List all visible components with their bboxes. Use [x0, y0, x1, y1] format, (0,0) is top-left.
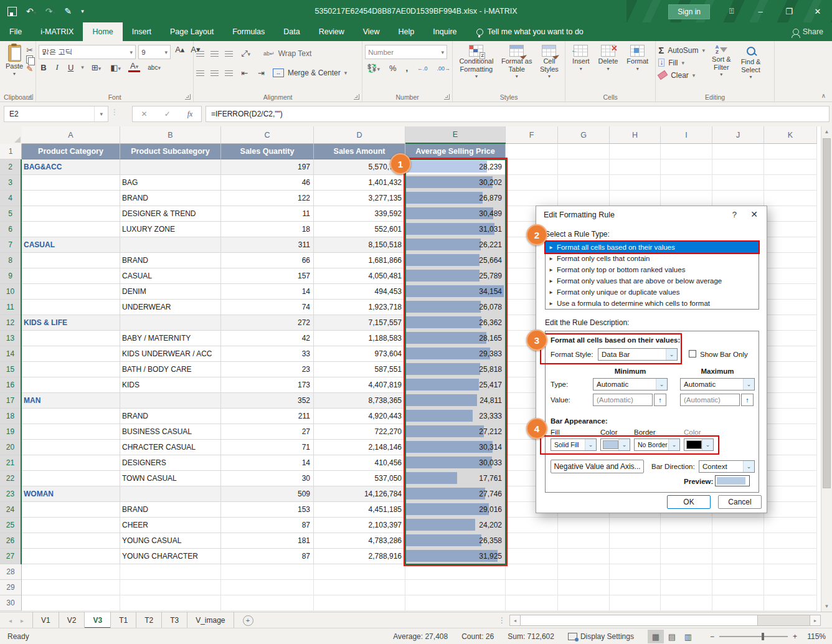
cell-B26[interactable]: YOUNG CASUAL [120, 533, 221, 549]
accounting-format-icon[interactable]: 💱▾ [365, 64, 382, 73]
vertical-scrollbar-thumb[interactable] [823, 138, 831, 488]
cell-B9[interactable]: CASUAL [120, 268, 221, 284]
cell-K7[interactable] [764, 237, 817, 253]
tell-me-box[interactable]: Tell me what you want to do [476, 22, 584, 41]
cell-D21[interactable]: 410,456 [314, 455, 405, 471]
copy-icon[interactable] [26, 55, 33, 64]
row-header-25[interactable]: 25 [0, 518, 22, 533]
cell-A14[interactable] [22, 346, 120, 362]
row-header-19[interactable]: 19 [0, 424, 22, 440]
cell-H25[interactable] [610, 518, 661, 533]
cell-I2[interactable] [661, 159, 712, 175]
cell-A15[interactable] [22, 362, 120, 377]
row-header-11[interactable]: 11 [0, 300, 22, 315]
cell-K14[interactable] [764, 346, 817, 362]
cell-A8[interactable] [22, 253, 120, 268]
cell-J25[interactable] [712, 518, 764, 533]
row-header-7[interactable]: 7 [0, 237, 22, 253]
cell-A22[interactable] [22, 471, 120, 486]
cell-K30[interactable] [764, 595, 817, 611]
tabstrip-splitter[interactable]: ⋮ [494, 612, 509, 628]
cell-D10[interactable]: 494,453 [314, 284, 405, 300]
cell-J26[interactable] [712, 533, 764, 549]
cell-K26[interactable] [764, 533, 817, 549]
cell-A25[interactable] [22, 518, 120, 533]
format-cells-button[interactable]: Format▾ [623, 43, 651, 73]
format-as-table-button[interactable]: Format as Table▾ [498, 43, 536, 81]
column-header-J[interactable]: J [712, 126, 764, 144]
row-header-4[interactable]: 4 [0, 191, 22, 206]
cell-I28[interactable] [661, 564, 712, 580]
cell-H27[interactable] [610, 549, 661, 564]
cell-A9[interactable] [22, 268, 120, 284]
cell-C27[interactable]: 87 [221, 549, 314, 564]
cell-C5[interactable]: 11 [221, 206, 314, 222]
cell-A30[interactable] [22, 595, 120, 611]
cell-C12[interactable]: 272 [221, 315, 314, 331]
cell-A18[interactable] [22, 409, 120, 424]
row-header-5[interactable]: 5 [0, 206, 22, 222]
clear-button[interactable]: Clear▾ [658, 69, 705, 81]
cell-D17[interactable]: 8,738,365 [314, 393, 405, 409]
cell-K3[interactable] [764, 175, 817, 191]
orientation-icon[interactable]: ⤢▾ [239, 49, 252, 59]
cell-A2[interactable]: BAG&ACC [22, 159, 120, 175]
row-header-20[interactable]: 20 [0, 440, 22, 455]
row-header-29[interactable]: 29 [0, 580, 22, 595]
cell-D15[interactable]: 587,551 [314, 362, 405, 377]
cell-K9[interactable] [764, 268, 817, 284]
tab-i-matrix[interactable]: i-MATRIX [31, 22, 83, 41]
cell-I1[interactable] [661, 144, 712, 159]
sheet-nav-next-icon[interactable]: ▸ [21, 617, 24, 624]
borders-icon[interactable]: ⊞▾ [90, 63, 103, 72]
column-header-H[interactable]: H [610, 126, 661, 144]
cell-F4[interactable] [506, 191, 558, 206]
tab-home[interactable]: Home [83, 22, 122, 41]
cell-D30[interactable] [314, 595, 405, 611]
column-header-C[interactable]: C [221, 126, 314, 144]
cell-B20[interactable]: CHRACTER CASUAL [120, 440, 221, 455]
tab-help[interactable]: Help [389, 22, 424, 41]
column-header-F[interactable]: F [506, 126, 558, 144]
cell-D11[interactable]: 1,923,718 [314, 300, 405, 315]
cell-C30[interactable] [221, 595, 314, 611]
cell-C11[interactable]: 74 [221, 300, 314, 315]
font-dialog-launcher-icon[interactable] [185, 94, 191, 100]
dialog-help-icon[interactable]: ? [732, 210, 737, 219]
rule-type-item-3[interactable]: ►Format only values that are above or be… [546, 275, 759, 286]
row-header-3[interactable]: 3 [0, 175, 22, 191]
column-header-A[interactable]: A [22, 126, 120, 144]
cell-D6[interactable]: 552,601 [314, 222, 405, 237]
cell-C8[interactable]: 66 [221, 253, 314, 268]
cell-C21[interactable]: 14 [221, 455, 314, 471]
fill-select[interactable]: Solid Fill⌄ [551, 438, 597, 451]
cell-F25[interactable] [506, 518, 558, 533]
restore-button[interactable]: ❐ [775, 0, 803, 22]
cell-G29[interactable] [558, 580, 610, 595]
column-header-G[interactable]: G [558, 126, 610, 144]
tab-view[interactable]: View [354, 22, 389, 41]
cell-C26[interactable]: 181 [221, 533, 314, 549]
scroll-right-icon[interactable]: ▸ [810, 615, 821, 626]
autosum-button[interactable]: Σ AutoSum▾ [658, 44, 705, 56]
cell-D27[interactable]: 2,788,916 [314, 549, 405, 564]
formula-input[interactable]: =IFERROR(D2/C2,"") [206, 106, 830, 122]
page-layout-view-icon[interactable]: ▤ [664, 630, 680, 643]
value-minimum-input[interactable]: (Automatic) [593, 394, 653, 406]
cell-B17[interactable] [120, 393, 221, 409]
rule-type-item-1[interactable]: ►Format only cells that contain [546, 253, 759, 264]
comma-style-icon[interactable]: , [404, 64, 410, 73]
fill-color-select[interactable]: ⌄ [600, 438, 630, 451]
font-color-icon[interactable]: A▾ [128, 62, 140, 72]
row-header-15[interactable]: 15 [0, 362, 22, 377]
sheet-tab-v2[interactable]: V2 [59, 612, 85, 628]
increase-decimal-icon[interactable]: ←.0 [415, 65, 430, 72]
rule-type-item-5[interactable]: ►Use a formula to determine which cells … [546, 298, 759, 309]
cell-J29[interactable] [712, 580, 764, 595]
value-minimum-collapse-icon[interactable]: ↑ [654, 394, 666, 406]
column-header-E[interactable]: E [405, 126, 506, 144]
percent-style-icon[interactable]: % [387, 64, 399, 73]
cell-A20[interactable] [22, 440, 120, 455]
cell-K19[interactable] [764, 424, 817, 440]
find-select-button[interactable]: Find & Select▾ [738, 43, 764, 82]
